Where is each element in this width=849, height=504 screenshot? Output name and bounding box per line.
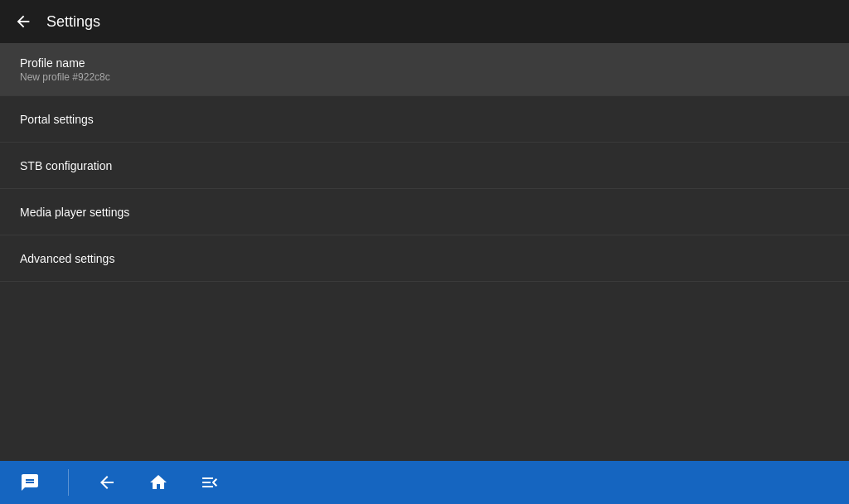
bottom-navigation-bar (0, 461, 849, 504)
home-icon[interactable] (145, 469, 172, 496)
advanced-settings-title: Advanced settings (20, 252, 829, 265)
back-button[interactable] (13, 12, 33, 32)
portal-settings-title: Portal settings (20, 113, 829, 126)
settings-item-advanced-settings[interactable]: Advanced settings (0, 235, 849, 282)
settings-list: Profile name New profile #922c8c Portal … (0, 43, 849, 282)
settings-item-stb-configuration[interactable]: STB configuration (0, 143, 849, 189)
page-title: Settings (46, 13, 100, 31)
menu-icon[interactable] (196, 469, 223, 496)
settings-item-profile-name[interactable]: Profile name New profile #922c8c (0, 43, 849, 96)
profile-name-subtitle: New profile #922c8c (20, 71, 829, 83)
media-player-settings-title: Media player settings (20, 206, 829, 219)
back-nav-icon[interactable] (94, 469, 120, 496)
stb-configuration-title: STB configuration (20, 159, 829, 172)
settings-item-portal-settings[interactable]: Portal settings (0, 96, 849, 143)
profile-name-title: Profile name (20, 56, 829, 70)
remote-icon[interactable] (17, 469, 43, 496)
bottom-bar-divider (68, 469, 69, 496)
settings-item-media-player-settings[interactable]: Media player settings (0, 189, 849, 235)
top-bar: Settings (0, 0, 849, 43)
